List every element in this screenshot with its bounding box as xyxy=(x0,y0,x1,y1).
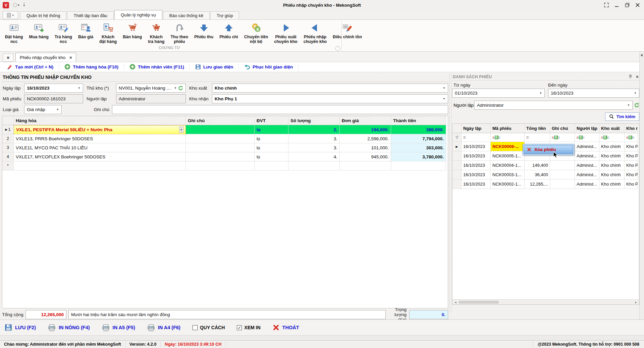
unit-cell[interactable]: lọ xyxy=(255,125,288,134)
receipt-grid-column-header[interactable]: Tổng tiền xyxy=(525,124,550,133)
refresh-icon[interactable] xyxy=(178,86,183,91)
ribbon-tab[interactable]: Báo cáo thống kê xyxy=(163,11,210,19)
ribbon-button-phieu-thu[interactable]: Phiếu thu xyxy=(191,21,216,40)
note-cell[interactable] xyxy=(186,143,255,152)
scrollbar-thumb[interactable] xyxy=(459,301,499,304)
chevron-down-icon[interactable]: ▼ xyxy=(441,97,445,100)
ribbon-button-dieu-chinh-ton[interactable]: abĐiều chỉnh tồn xyxy=(330,21,365,40)
ribbon-button-thu-theo-phieu[interactable]: Thu theophiếu xyxy=(167,21,191,45)
checkbox-xem-in[interactable]: ✓XEM IN xyxy=(237,325,260,330)
creator-cell[interactable]: Administ... xyxy=(575,170,599,180)
item-cell[interactable]: VXLE1, PESTIFFA Merial 50LIỀU + Nước Pha… xyxy=(14,125,186,134)
price-cell[interactable]: 101,000. xyxy=(340,143,391,152)
search-button[interactable]: Tìm kiếm xyxy=(605,112,639,121)
ribbon-tab[interactable]: Thiết lập ban đầu xyxy=(67,11,113,19)
ribbon-button-mua-hang[interactable]: Mua hàng xyxy=(26,21,51,40)
panel-splitter[interactable] xyxy=(449,73,451,312)
qty-cell[interactable]: 2. xyxy=(288,125,340,134)
receipt-grid-column-header[interactable]: Mã phiếu xyxy=(491,124,525,133)
price-cell[interactable]: 945,000. xyxy=(340,152,391,161)
ghi-chu-input[interactable] xyxy=(112,105,448,114)
scroll-right-icon[interactable]: ▸ xyxy=(634,300,638,304)
filter-cell[interactable]: aBc xyxy=(491,133,525,142)
code-cell[interactable]: NCK00003-1... xyxy=(491,170,525,180)
note-cell[interactable] xyxy=(550,170,575,180)
from-warehouse-cell[interactable]: Kho chính xyxy=(599,170,625,180)
unit-cell[interactable]: lọ xyxy=(255,143,288,152)
filter-cell[interactable]: aBc xyxy=(599,133,625,142)
date-cell[interactable]: 16/10/2023 xyxy=(462,170,491,180)
thu-kho-combo[interactable]: NV001, Nguyễn Hoàng Thành▼ xyxy=(116,84,186,93)
refresh-icon[interactable] xyxy=(634,103,639,108)
item-cell[interactable]: VXLE13, PRRS Boehringer 50DOSES xyxy=(14,134,186,143)
total-cell[interactable]: 388,000. xyxy=(391,125,446,134)
action-tao-moi[interactable]: Tạo mới (Ctrl + N) xyxy=(1,63,59,70)
application-menu-button[interactable]: ▾ xyxy=(3,11,18,19)
unchecked-checkbox-icon[interactable] xyxy=(193,325,198,330)
ngay-lap-input[interactable]: 16/10/2023▼ xyxy=(24,84,83,93)
total-cell[interactable]: 3,780,000. xyxy=(391,152,446,161)
ma-phieu-input[interactable]: NCK00002-161023 xyxy=(24,94,83,103)
horizontal-scrollbar[interactable]: ◂ ▸ xyxy=(452,299,639,304)
panel-close-icon[interactable]: × xyxy=(636,74,639,79)
total-cell[interactable]: 7,794,000. xyxy=(391,134,446,143)
document-tab[interactable]: Phiếu nhập chuyển kho × xyxy=(15,53,76,62)
ribbon-button-phieu-xuat-chuyen-kho[interactable]: Phiếu xuấtchuyển kho xyxy=(271,21,300,45)
chevron-down-icon[interactable]: ▼ xyxy=(632,92,637,95)
unit-cell[interactable]: lọ xyxy=(255,152,288,161)
receipt-grid-filter-row[interactable]: =aBc=aBcaBcaBcaBc xyxy=(452,133,639,142)
action-phuc-hoi-giao-dien[interactable]: Phục hồi giao diện xyxy=(239,63,299,70)
table-row[interactable]: ▶1VXLE1, PESTIFFA Merial 50LIỀU + Nước P… xyxy=(2,125,448,134)
creator-cell[interactable]: Administ... xyxy=(575,151,599,161)
receipt-grid-column-header[interactable]: Kho xuất xyxy=(599,124,625,133)
ribbon-button-khach-tra-hang[interactable]: Kháchtrả hàng xyxy=(145,21,167,45)
date-cell[interactable]: 16/10/2023 xyxy=(462,151,491,161)
table-row[interactable]: 4VXLE17, MYCOFLEX Boehringer 50DOSESlọ4.… xyxy=(2,152,448,161)
note-cell[interactable] xyxy=(550,161,575,170)
to-warehouse-cell[interactable]: Kho P xyxy=(625,142,638,151)
grid-column-header[interactable]: Số lượng xyxy=(288,116,340,125)
receipt-grid-column-header[interactable]: Ghi chú xyxy=(550,124,575,133)
empty-cell[interactable] xyxy=(340,161,391,170)
grid-column-header[interactable]: Đơn giá xyxy=(340,116,391,125)
ribbon-tab[interactable]: Quản lý nghiệp vụ xyxy=(114,10,162,19)
empty-cell[interactable] xyxy=(288,161,340,170)
ribbon-button-dat-hang-ncc[interactable]: Đặt hàngncc xyxy=(2,21,26,45)
price-cell[interactable]: 194,000. xyxy=(340,125,391,134)
note-cell[interactable] xyxy=(186,125,255,134)
delete-receipt-menu-item[interactable]: Xóa phiếu xyxy=(524,145,573,154)
kho-xuat-combo[interactable]: Kho chính▼ xyxy=(212,84,448,93)
to-warehouse-cell[interactable]: Kho P xyxy=(625,180,638,189)
scroll-left-icon[interactable]: ◂ xyxy=(453,300,458,304)
grid-column-header[interactable]: ĐVT xyxy=(255,116,288,125)
new-row[interactable]: * xyxy=(2,161,448,170)
close-button[interactable] xyxy=(635,3,640,8)
action-them-hang-hoa[interactable]: Thêm hàng hóa (F10) xyxy=(59,63,124,70)
pin-icon[interactable] xyxy=(628,74,633,79)
ribbon-button-ban-hang[interactable]: Bán hàng xyxy=(120,21,145,40)
ribbon-collapse-button[interactable]: ˆ xyxy=(335,46,340,51)
to-warehouse-cell[interactable]: Kho P xyxy=(625,161,638,170)
empty-cell[interactable] xyxy=(186,161,255,170)
qty-cell[interactable]: 3. xyxy=(288,134,340,143)
code-cell[interactable]: NCK00005-1... xyxy=(491,151,525,161)
action-luu-giao-dien[interactable]: Lưu giao diện xyxy=(190,63,239,70)
chevron-down-icon[interactable]: ▼ xyxy=(441,87,445,90)
chevron-down-icon[interactable]: ▼ xyxy=(55,108,59,111)
from-warehouse-cell[interactable]: Kho chính xyxy=(599,151,625,161)
code-cell[interactable]: NCK00004-1... xyxy=(491,161,525,170)
date-cell[interactable]: 16/10/2023 xyxy=(462,142,491,151)
filter-cell[interactable]: aBc xyxy=(625,133,638,142)
from-date-input[interactable]: 01/10/2023▼ xyxy=(452,89,545,98)
minimize-button[interactable] xyxy=(614,3,619,8)
action-them-nhan-vien[interactable]: Thêm nhân viên (F11) xyxy=(124,63,190,70)
total-cell[interactable]: 303,000. xyxy=(391,143,446,152)
empty-cell[interactable] xyxy=(255,161,288,170)
total-cell[interactable]: 12,265,... xyxy=(525,180,550,189)
qty-cell[interactable]: 4. xyxy=(288,152,340,161)
footer-button-thoat[interactable]: THOÁT xyxy=(273,324,299,331)
ribbon-button-phieu-chi[interactable]: Phiếu chi xyxy=(216,21,241,40)
qty-cell[interactable]: 3. xyxy=(288,143,340,152)
fullscreen-button[interactable] xyxy=(604,3,609,8)
empty-cell[interactable] xyxy=(14,161,186,170)
